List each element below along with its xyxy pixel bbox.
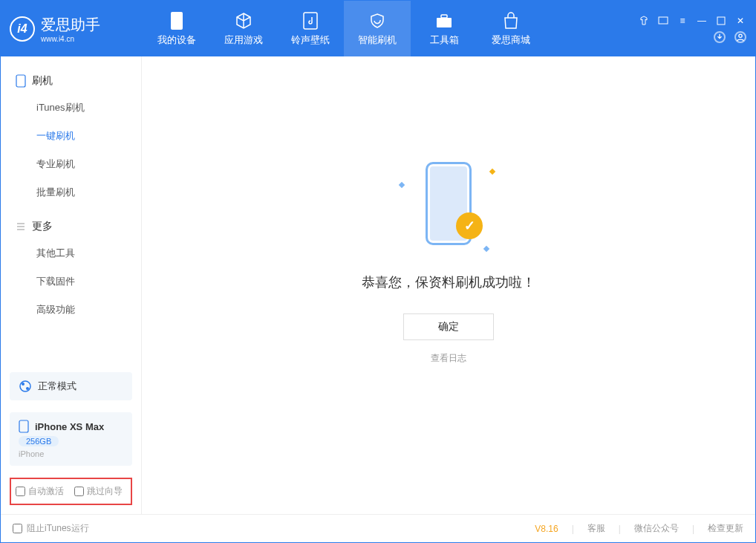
view-log-link[interactable]: 查看日志: [431, 352, 466, 365]
device-icon: [16, 74, 26, 88]
sidebar-item-pro-flash[interactable]: 专业刷机: [1, 150, 141, 178]
sidebar-group-more: 更多: [1, 214, 141, 239]
tab-label: 应用游戏: [224, 33, 263, 47]
svg-rect-7: [16, 75, 25, 87]
tab-store[interactable]: 爱思商城: [478, 1, 544, 56]
support-link[interactable]: 客服: [587, 522, 605, 535]
svg-rect-2: [437, 18, 452, 27]
download-button[interactable]: [714, 31, 726, 43]
tab-ringtone-wallpaper[interactable]: 铃声壁纸: [277, 1, 344, 56]
feedback-icon[interactable]: [657, 15, 669, 27]
user-button[interactable]: [734, 31, 746, 43]
title-bar: i4 爱思助手 www.i4.cn 我的设备 应用游戏 铃声壁纸 智能刷机 工具…: [1, 1, 755, 56]
tab-label: 智能刷机: [358, 33, 397, 47]
mode-card[interactable]: 正常模式: [10, 372, 132, 400]
status-bar: 阻止iTunes运行 V8.16 | 客服 | 微信公众号 | 检查更新: [1, 514, 755, 542]
svg-rect-5: [717, 17, 725, 25]
options-box: 自动激活 跳过向导: [10, 478, 132, 505]
sidebar-item-oneclick-flash[interactable]: 一键刷机: [1, 122, 141, 150]
app-name: 爱思助手: [41, 15, 100, 35]
shirt-icon[interactable]: [638, 15, 650, 27]
tab-toolbox[interactable]: 工具箱: [411, 1, 478, 56]
svg-rect-3: [441, 15, 447, 18]
tab-label: 铃声壁纸: [291, 33, 330, 47]
svg-rect-11: [19, 420, 28, 432]
update-link[interactable]: 检查更新: [708, 522, 743, 535]
svg-point-10: [26, 387, 29, 390]
success-illustration: ✓: [404, 162, 493, 251]
sidebar-group-flash: 刷机: [1, 68, 141, 94]
phone-icon: [167, 11, 186, 30]
wechat-link[interactable]: 微信公众号: [634, 522, 679, 535]
mode-label: 正常模式: [38, 380, 76, 393]
sidebar-item-other-tools[interactable]: 其他工具: [1, 239, 141, 267]
device-capacity: 256GB: [19, 436, 59, 446]
svg-point-9: [22, 383, 25, 386]
maximize-button[interactable]: [715, 15, 727, 27]
svg-point-8: [20, 381, 30, 391]
tab-label: 爱思商城: [492, 33, 530, 47]
checkbox-block-itunes[interactable]: 阻止iTunes运行: [13, 522, 89, 535]
refresh-shield-icon: [368, 11, 387, 30]
device-card[interactable]: iPhone XS Max 256GB iPhone: [10, 412, 132, 466]
svg-rect-4: [659, 17, 668, 24]
tab-label: 工具箱: [430, 33, 459, 47]
minimize-button[interactable]: —: [696, 15, 708, 27]
tab-label: 我的设备: [157, 33, 196, 47]
version-label: V8.16: [535, 524, 558, 534]
phone-small-icon: [19, 420, 29, 433]
bag-icon: [501, 11, 521, 30]
main-tabs: 我的设备 应用游戏 铃声壁纸 智能刷机 工具箱 爱思商城: [143, 1, 544, 56]
close-button[interactable]: ✕: [734, 15, 746, 27]
device-type: iPhone: [19, 449, 123, 458]
ok-button[interactable]: 确定: [403, 313, 494, 340]
checkbox-skip-guide[interactable]: 跳过向导: [74, 485, 123, 498]
sidebar: 刷机 iTunes刷机 一键刷机 专业刷机 批量刷机 更多 其他工具 下载固件 …: [1, 56, 142, 514]
tab-apps-games[interactable]: 应用游戏: [210, 1, 277, 56]
tab-my-device[interactable]: 我的设备: [143, 1, 210, 56]
mode-icon: [19, 380, 32, 393]
app-url: www.i4.cn: [41, 35, 100, 43]
success-message: 恭喜您，保资料刷机成功啦！: [362, 273, 535, 291]
sidebar-item-batch-flash[interactable]: 批量刷机: [1, 178, 141, 207]
svg-point-6: [739, 34, 742, 37]
sidebar-item-download-firmware[interactable]: 下载固件: [1, 267, 141, 296]
checkbox-auto-activate[interactable]: 自动激活: [16, 485, 64, 498]
svg-rect-0: [171, 12, 183, 30]
tab-smart-flash[interactable]: 智能刷机: [344, 1, 411, 56]
logo-icon: i4: [10, 16, 35, 42]
group-label: 刷机: [32, 74, 53, 88]
device-name: iPhone XS Max: [35, 421, 104, 432]
cube-icon: [234, 11, 253, 30]
music-file-icon: [301, 11, 320, 30]
check-icon: ✓: [456, 212, 483, 239]
sidebar-item-itunes-flash[interactable]: iTunes刷机: [1, 94, 141, 122]
app-logo: i4 爱思助手 www.i4.cn: [10, 15, 143, 43]
main-content: ✓ 恭喜您，保资料刷机成功啦！ 确定 查看日志: [142, 56, 755, 514]
group-label: 更多: [32, 220, 53, 233]
menu-icon[interactable]: ≡: [677, 15, 688, 27]
sidebar-item-advanced[interactable]: 高级功能: [1, 296, 141, 324]
list-icon: [16, 221, 26, 232]
toolbox-icon: [434, 11, 454, 30]
